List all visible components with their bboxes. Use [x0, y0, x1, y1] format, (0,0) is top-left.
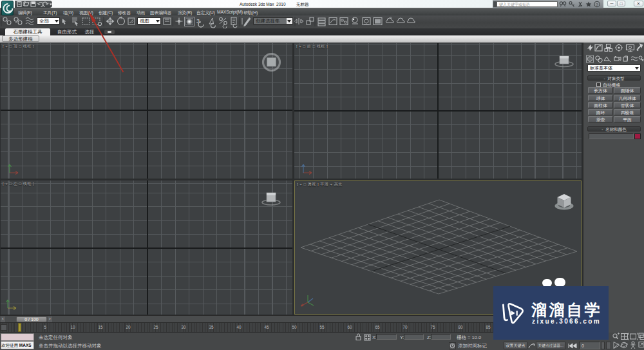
svg-text:?: ? [596, 3, 598, 7]
svg-text:3: 3 [196, 18, 200, 24]
